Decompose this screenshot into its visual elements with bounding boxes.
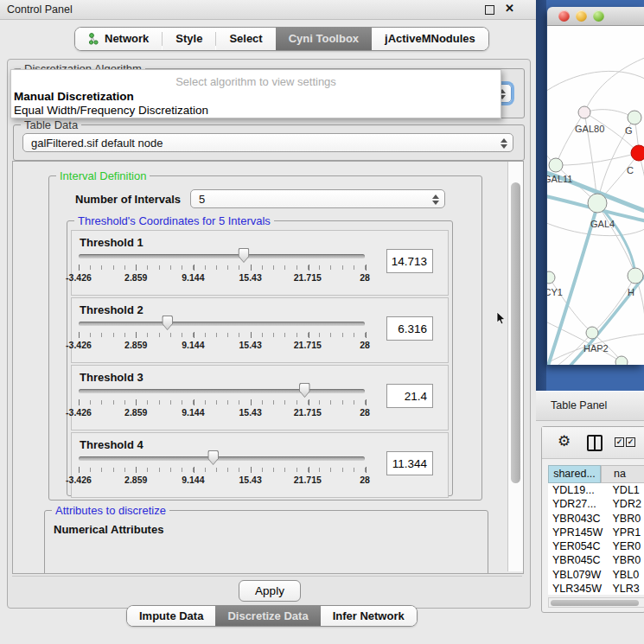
slider-tick-labels: -3.426 2.859 9.144 15.43 21.715 28 <box>79 340 365 350</box>
column-header-name[interactable]: na <box>601 465 644 483</box>
zoom-traffic-light-icon[interactable] <box>593 10 604 22</box>
bottom-tab-bar: Impute Data Discretize Data Infer Networ… <box>126 605 418 627</box>
option-equal-width-frequency[interactable]: Equal Width/Frequency Discretization <box>14 104 208 117</box>
table-data-selected-value: galFiltered.sif default node <box>31 137 163 150</box>
slider-thumb[interactable] <box>162 316 173 330</box>
threshold-slider[interactable]: -3.426 2.859 9.144 15.43 21.715 28 <box>79 231 365 295</box>
node-label: G <box>625 125 633 136</box>
slider-track[interactable] <box>79 254 365 258</box>
columns-icon[interactable] <box>587 435 603 451</box>
attributes-group-label: Attributes to discretize <box>52 504 169 517</box>
node-gal4 <box>588 194 607 213</box>
option-manual-discretization[interactable]: Manual Discretization <box>14 90 134 103</box>
num-intervals-select[interactable]: 5 <box>190 189 445 208</box>
threshold-slider[interactable]: -3.426 2.859 9.144 15.43 21.715 28 <box>79 366 365 430</box>
select-stepper-icon <box>431 194 438 206</box>
desktop-shadow-strip <box>536 0 546 391</box>
panel-title: Control Panel <box>7 3 73 16</box>
slider-tick-labels: -3.426 2.859 9.144 15.43 21.715 28 <box>79 475 365 485</box>
table-row[interactable]: YDR27... YDR2 <box>548 497 644 511</box>
close-traffic-light-icon[interactable] <box>558 10 570 22</box>
slider-ticks <box>79 265 366 270</box>
threshold-slider[interactable]: -3.426 2.859 9.144 15.43 21.715 28 <box>79 433 365 497</box>
table-row[interactable]: YBR043C YBR0 <box>548 512 644 526</box>
threshold-value-field[interactable]: 6.316 <box>386 316 433 341</box>
table-panel-titlebar: Table Panel <box>536 391 644 421</box>
close-icon[interactable]: ✕ <box>505 2 514 15</box>
checkbox-icon[interactable]: ✓ <box>615 437 624 447</box>
tab-infer-network[interactable]: Infer Network <box>321 606 417 626</box>
node-gal80 <box>578 106 590 118</box>
table-row[interactable]: YBR045C YBR0 <box>548 553 644 567</box>
slider-track[interactable] <box>79 322 365 326</box>
apply-button[interactable]: Apply <box>239 580 301 602</box>
table-rows: YDL19... YDL1 YDR27... YDR2 YBR043C YBR0 <box>548 483 644 595</box>
threshold-list: Threshold 1 -3.426 2.859 <box>71 230 449 500</box>
threshold-value-field[interactable]: 11.344 <box>386 451 433 475</box>
node-gcy1 <box>547 271 555 284</box>
dropdown-hint: Select algorithm to view settings <box>11 75 501 88</box>
desktop-background: GAL80 G C GAL11 GAL4 GCY1 H HAP2 <box>536 0 644 391</box>
tab-network[interactable]: Network <box>75 28 162 50</box>
table-header-row: shared... na <box>548 465 644 483</box>
minimize-traffic-light-icon[interactable] <box>576 10 587 22</box>
tab-select[interactable]: Select <box>216 28 275 50</box>
slider-thumb[interactable] <box>207 450 219 465</box>
table-row[interactable]: YLR345W YLR3 <box>548 582 644 595</box>
settings-panel-scrollbar[interactable] <box>507 162 523 571</box>
threshold-slider[interactable]: -3.426 2.859 9.144 15.43 21.715 28 <box>79 298 365 362</box>
network-window: GAL80 G C GAL11 GAL4 GCY1 H HAP2 <box>547 7 644 365</box>
table-horizontal-scrollbar[interactable] <box>548 597 644 608</box>
tab-style[interactable]: Style <box>163 28 215 50</box>
table-row[interactable]: YPR145W YPR1 <box>548 526 644 539</box>
threshold-panel: Threshold 2 -3.426 2.859 <box>71 297 449 363</box>
slider-ticks <box>79 468 366 472</box>
slider-track[interactable] <box>79 456 365 461</box>
float-window-icon[interactable] <box>485 5 494 15</box>
algorithm-dropdown-popup: Select algorithm to view settings Manual… <box>10 69 501 118</box>
tab-impute-data[interactable]: Impute Data <box>127 606 215 626</box>
tab-jactivemnodules[interactable]: jActiveMNodules <box>372 28 488 50</box>
thresholds-group: Threshold's Coordinates for 5 Intervals … <box>67 220 453 496</box>
control-panel-titlebar: Control Panel ✕ <box>0 0 536 20</box>
node-label: GAL4 <box>590 219 615 229</box>
threshold-panel: Threshold 4 -3.426 2.859 <box>71 432 449 498</box>
slider-tick-labels: -3.426 2.859 9.144 15.43 21.715 28 <box>79 272 365 283</box>
node-gal11 <box>549 158 563 172</box>
tab-cyni-toolbox[interactable]: Cyni Toolbox <box>276 28 372 50</box>
interval-definition-group: Interval Definition Number of Intervals … <box>48 175 482 501</box>
table-data-group-label: Table Data <box>21 118 81 131</box>
checkbox-icon[interactable]: ✓ <box>626 437 635 447</box>
slider-thumb[interactable] <box>238 248 249 263</box>
table-panel-title: Table Panel <box>551 399 607 411</box>
node-bottom-partial <box>615 356 628 365</box>
slider-ticks <box>79 333 366 337</box>
gear-icon[interactable]: ⚙ <box>558 433 571 450</box>
slider-thumb[interactable] <box>299 383 310 398</box>
node-red-selected <box>631 145 644 161</box>
control-panel: Control Panel ✕ Network Style Select Cyn… <box>0 0 536 644</box>
table-row[interactable]: YBL079W YBL0 <box>548 568 644 582</box>
settings-scroll-panel: Interval Definition Number of Intervals … <box>12 161 524 574</box>
column-header-shared-name[interactable]: shared... <box>548 465 601 483</box>
node-green-top-right <box>628 111 641 124</box>
table-row[interactable]: YER054C YER0 <box>548 539 644 553</box>
slider-track[interactable] <box>79 389 365 393</box>
threshold-value-field[interactable]: 14.713 <box>386 249 433 273</box>
node-label: GAL11 <box>547 174 572 184</box>
numerical-attributes-label: Numerical Attributes <box>54 523 163 536</box>
tab-discretize-data[interactable]: Discretize Data <box>215 606 320 626</box>
node-label: GCY1 <box>547 287 563 297</box>
node-label: H <box>628 287 634 297</box>
network-icon <box>88 33 99 45</box>
node-hap2 <box>586 327 598 339</box>
table-data-select[interactable]: galFiltered.sif default node <box>22 133 513 152</box>
threshold-value-field[interactable]: 21.4 <box>386 384 433 408</box>
node-label: HAP2 <box>583 343 609 354</box>
divider <box>12 576 522 577</box>
select-stepper-icon <box>500 137 507 150</box>
network-canvas[interactable]: GAL80 G C GAL11 GAL4 GCY1 H HAP2 <box>547 26 644 365</box>
network-window-titlebar[interactable] <box>547 7 644 26</box>
slider-tick-labels: -3.426 2.859 9.144 15.43 21.715 28 <box>79 407 365 418</box>
table-row[interactable]: YDL19... YDL1 <box>548 483 644 497</box>
